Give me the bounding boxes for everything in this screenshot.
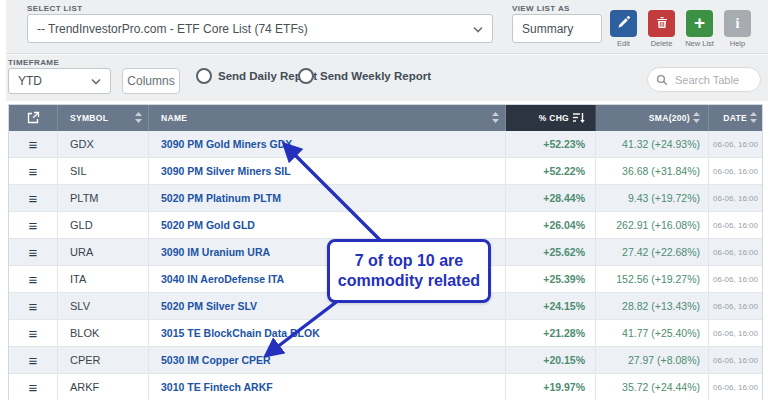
sma200-cell: 27.42 (+22.68%) <box>596 239 709 265</box>
etf-name-link[interactable]: 5020 PM Platinum PLTM <box>161 192 281 204</box>
etf-name-link[interactable]: 5020 PM Gold GLD <box>161 219 255 231</box>
help-button[interactable]: i <box>724 10 751 37</box>
row-menu-button[interactable]: ≡ <box>9 185 58 211</box>
sort-icon[interactable] <box>693 112 700 125</box>
list-toolbar: SELECT LIST -- TrendInvestorPro.com - ET… <box>6 0 768 53</box>
table-row: ≡CPER5030 IM Copper CPER+20.15%27.97 (+8… <box>9 347 762 374</box>
weekly-report-option[interactable]: Send Weekly Report <box>298 68 431 84</box>
row-menu-button[interactable]: ≡ <box>9 131 58 157</box>
pct-chg-column-header[interactable]: % CHG <box>506 105 596 131</box>
etf-name-link[interactable]: 5020 PM Silver SLV <box>161 300 257 312</box>
sma200-cell: 41.77 (+25.40%) <box>596 320 709 346</box>
sort-icon[interactable] <box>750 112 757 125</box>
annotation-line1: 7 of top 10 are <box>355 251 463 271</box>
pct-chg-cell: +28.44% <box>506 185 596 211</box>
view-list-as-value: Summary <box>522 22 573 36</box>
etf-name-link[interactable]: 3040 IN AeroDefense ITA <box>161 273 284 285</box>
popout-column-header[interactable] <box>9 105 58 131</box>
symbol-cell: ARKF <box>58 374 149 400</box>
select-list-value: -- TrendInvestorPro.com - ETF Core List … <box>37 22 308 36</box>
row-menu-button[interactable]: ≡ <box>9 239 58 265</box>
row-menu-button[interactable]: ≡ <box>9 266 58 292</box>
select-list-label: SELECT LIST <box>27 4 83 13</box>
date-cell: 06-06, 16:00 <box>709 293 762 319</box>
table-row: ≡BLOK3015 TE BlockChain Data BLOK+21.28%… <box>9 320 762 347</box>
date-cell: 06-06, 16:00 <box>709 239 762 265</box>
view-list-as-dropdown[interactable]: Summary <box>512 14 602 43</box>
search-table-box <box>647 67 761 92</box>
timeframe-dropdown[interactable]: YTD <box>8 68 111 94</box>
table-row: ≡GDX3090 PM Gold Miners GDX+52.23%41.32 … <box>9 131 762 158</box>
annotation-callout: 7 of top 10 are commodity related <box>327 239 491 303</box>
sma200-cell: 9.43 (+19.72%) <box>596 185 709 211</box>
timeframe-value: YTD <box>18 74 42 88</box>
hamburger-menu-icon: ≡ <box>29 218 38 233</box>
row-menu-button[interactable]: ≡ <box>9 347 58 373</box>
date-cell: 06-06, 16:00 <box>709 212 762 238</box>
view-list-as-label: VIEW LIST AS <box>512 4 570 13</box>
sort-descending-icon[interactable] <box>573 112 585 125</box>
new-list-button[interactable]: + <box>686 10 713 37</box>
etf-name-link[interactable]: 5030 IM Copper CPER <box>161 354 271 366</box>
row-menu-button[interactable]: ≡ <box>9 320 58 346</box>
table-header-row: SYMBOL NAME % CHG SMA(200) <box>9 105 762 131</box>
radio-icon <box>298 68 314 84</box>
sma200-cell: 41.32 (+24.93%) <box>596 131 709 157</box>
date-cell: 06-06, 16:00 <box>709 266 762 292</box>
sma200-cell: 27.97 (+8.08%) <box>596 347 709 373</box>
pct-chg-cell: +25.62% <box>506 239 596 265</box>
date-cell: 06-06, 16:00 <box>709 185 762 211</box>
symbol-cell: CPER <box>58 347 149 373</box>
etf-name-link[interactable]: 3090 IM Uranium URA <box>161 246 270 258</box>
search-table-input[interactable] <box>673 73 757 87</box>
etf-name-link[interactable]: 3010 TE Fintech ARKF <box>161 381 273 393</box>
symbol-cell: BLOK <box>58 320 149 346</box>
select-list-dropdown[interactable]: -- TrendInvestorPro.com - ETF Core List … <box>27 14 493 43</box>
name-header-label: NAME <box>161 113 187 123</box>
row-menu-button[interactable]: ≡ <box>9 293 58 319</box>
delete-button[interactable] <box>648 10 675 37</box>
external-link-icon <box>27 111 40 126</box>
row-menu-button[interactable]: ≡ <box>9 158 58 184</box>
annotation-line2: commodity related <box>338 271 480 291</box>
symbol-cell: ITA <box>58 266 149 292</box>
etf-name-link[interactable]: 3090 PM Silver Miners SIL <box>161 165 291 177</box>
hamburger-menu-icon: ≡ <box>29 245 38 260</box>
sma200-column-header[interactable]: SMA(200) <box>596 105 709 131</box>
table-toolbar: TIMEFRAME YTD Columns Send Daily Report … <box>6 53 768 102</box>
new-list-button-label: New List <box>685 39 714 48</box>
date-header-label: DATE <box>723 113 747 123</box>
hamburger-menu-icon: ≡ <box>29 272 38 287</box>
date-cell: 06-06, 16:00 <box>709 131 762 157</box>
toolbar-area: SELECT LIST -- TrendInvestorPro.com - ET… <box>6 0 768 101</box>
etf-name-link[interactable]: 3015 TE BlockChain Data BLOK <box>161 327 320 339</box>
name-cell: 5020 PM Platinum PLTM <box>149 185 506 211</box>
sort-icon[interactable] <box>135 112 142 125</box>
pencil-icon <box>617 15 630 33</box>
symbol-column-header[interactable]: SYMBOL <box>58 105 149 131</box>
edit-button[interactable] <box>610 10 637 37</box>
name-column-header[interactable]: NAME <box>149 105 506 131</box>
columns-button[interactable]: Columns <box>122 68 180 94</box>
date-column-header[interactable]: DATE <box>709 105 762 131</box>
table-row: ≡PLTM5020 PM Platinum PLTM+28.44%9.43 (+… <box>9 185 762 212</box>
sma200-cell: 36.68 (+31.84%) <box>596 158 709 184</box>
pct-chg-cell: +19.97% <box>506 374 596 400</box>
delete-button-label: Delete <box>651 39 673 48</box>
etf-list-app: SELECT LIST -- TrendInvestorPro.com - ET… <box>0 0 768 400</box>
hamburger-menu-icon: ≡ <box>29 137 38 152</box>
sma200-cell: 35.72 (+24.44%) <box>596 374 709 400</box>
row-menu-button[interactable]: ≡ <box>9 212 58 238</box>
edit-action: Edit <box>610 10 637 48</box>
edit-button-label: Edit <box>617 39 630 48</box>
etf-name-link[interactable]: 3090 PM Gold Miners GDX <box>161 138 292 150</box>
name-cell: 3015 TE BlockChain Data BLOK <box>149 320 506 346</box>
delete-action: Delete <box>648 10 675 48</box>
search-icon <box>656 74 668 86</box>
row-menu-button[interactable]: ≡ <box>9 374 58 400</box>
table-row: ≡GLD5020 PM Gold GLD+26.04%262.91 (+16.0… <box>9 212 762 239</box>
sort-icon[interactable] <box>492 112 499 125</box>
table-row: ≡SIL3090 PM Silver Miners SIL+52.22%36.6… <box>9 158 762 185</box>
pct-chg-cell: +24.15% <box>506 293 596 319</box>
pct-chg-cell: +52.23% <box>506 131 596 157</box>
